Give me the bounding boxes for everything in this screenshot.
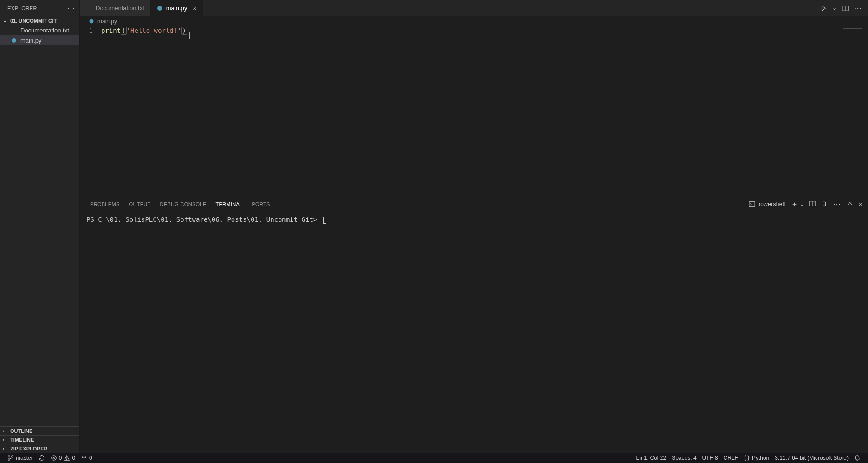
run-button[interactable] [820, 5, 827, 12]
chevron-down-icon: ⌄ [3, 18, 8, 24]
branch-icon [7, 455, 14, 461]
panel-tab-problems[interactable]: PROBLEMS [85, 197, 124, 211]
breadcrumb-file: main.py [97, 18, 117, 25]
token-string: 'Hello world!' [127, 27, 181, 34]
panel-tab-ports[interactable]: PORTS [247, 197, 274, 211]
file-item-documentation[interactable]: ≣ Documentation.txt [0, 25, 79, 35]
panel-tabs: PROBLEMS OUTPUT DEBUG CONSOLE TERMINAL P… [80, 197, 868, 211]
status-eol[interactable]: CRLF [721, 455, 741, 461]
kill-terminal-icon[interactable] [821, 200, 828, 208]
section-outline[interactable]: › OUTLINE [0, 426, 79, 435]
tab-documentation[interactable]: ≣ Documentation.txt [80, 0, 150, 16]
explorer-more-icon[interactable]: ⋯ [67, 4, 75, 13]
file-label: main.py [20, 37, 42, 44]
panel-tab-terminal[interactable]: TERMINAL [211, 197, 247, 211]
terminal-cursor [323, 217, 326, 224]
python-file-icon [156, 5, 163, 12]
terminal-shell-selector[interactable]: powershell [749, 201, 785, 207]
svg-point-8 [8, 456, 10, 457]
breadcrumb[interactable]: main.py [80, 16, 868, 26]
text-file-icon: ≣ [10, 26, 18, 34]
ptab-label: TERMINAL [215, 201, 242, 207]
section-label: OUTLINE [10, 428, 32, 434]
svg-point-0 [12, 38, 16, 43]
status-interpreter[interactable]: 3.11.7 64-bit (Microsoft Store) [772, 455, 851, 461]
status-problems[interactable]: 0 0 [48, 455, 78, 461]
minimap-line [843, 28, 862, 29]
panel-tab-debug-console[interactable]: DEBUG CONSOLE [155, 197, 211, 211]
status-branch[interactable]: master [5, 455, 36, 461]
status-sync[interactable] [36, 455, 48, 461]
panel-more-icon[interactable]: ⋯ [833, 200, 841, 209]
new-terminal-button[interactable]: ＋⌄ [791, 200, 804, 209]
antenna-icon [81, 455, 87, 461]
line-number: 1 [89, 27, 93, 34]
folder-name: 01. UNCOMMIT GIT [10, 18, 57, 24]
svg-point-13 [67, 459, 67, 460]
chevron-right-icon: › [3, 446, 8, 451]
python-file-icon [10, 37, 18, 44]
chevron-right-icon: › [3, 428, 8, 434]
terminal[interactable]: PS C:\01. SolisPLC\01. Software\06. Post… [80, 211, 868, 453]
warning-icon [64, 455, 70, 461]
run-dropdown-icon[interactable]: ⌄ [832, 5, 836, 11]
section-timeline[interactable]: › TIMELINE [0, 435, 79, 444]
section-label: ZIP EXPLORER [10, 446, 47, 451]
python-file-icon [88, 18, 95, 25]
ptab-label: OUTPUT [129, 201, 151, 207]
interpreter-label: 3.11.7 64-bit (Microsoft Store) [775, 455, 849, 461]
tab-main[interactable]: main.py × [150, 0, 203, 16]
explorer-sidebar: EXPLORER ⋯ ⌄ 01. UNCOMMIT GIT ≣ Document… [0, 0, 80, 453]
encoding-label: UTF-8 [702, 455, 718, 461]
maximize-panel-icon[interactable] [847, 200, 853, 208]
sync-icon [39, 455, 45, 461]
text-cursor [189, 32, 190, 39]
chevron-right-icon: › [3, 437, 8, 443]
terminal-prompt: PS C:\01. SolisPLC\01. Software\06. Post… [86, 216, 321, 223]
file-label: Documentation.txt [20, 27, 69, 34]
status-ports[interactable]: 0 [78, 455, 95, 461]
token-close-paren: ) [181, 27, 187, 35]
file-item-main[interactable]: main.py [0, 35, 79, 45]
svg-point-10 [12, 456, 13, 457]
code-editor[interactable]: 1 print('Hello world!') [80, 26, 840, 197]
status-encoding[interactable]: UTF-8 [700, 455, 721, 461]
section-zip-explorer[interactable]: › ZIP EXPLORER [0, 444, 79, 453]
bell-icon [854, 455, 861, 461]
status-lncol[interactable]: Ln 1, Col 22 [633, 455, 669, 461]
status-spaces[interactable]: Spaces: 4 [669, 455, 699, 461]
split-terminal-icon[interactable] [809, 200, 816, 208]
status-bar: master 0 0 0 Ln 1, Col 22 Spaces: 4 UTF-… [0, 453, 868, 463]
braces-icon [744, 455, 750, 461]
warning-count: 0 [72, 455, 75, 461]
status-language[interactable]: Python [741, 455, 772, 461]
ports-count: 0 [89, 455, 92, 461]
section-label: TIMELINE [10, 437, 34, 443]
folder-root[interactable]: ⌄ 01. UNCOMMIT GIT [0, 16, 79, 25]
svg-point-1 [157, 6, 162, 11]
tab-label: main.py [166, 5, 188, 12]
ptab-label: DEBUG CONSOLE [160, 201, 207, 207]
token-open-paren: ( [121, 27, 126, 35]
close-panel-icon[interactable]: × [859, 200, 862, 208]
token-function: print [101, 27, 121, 34]
close-tab-icon[interactable]: × [193, 5, 196, 12]
spaces-label: Spaces: 4 [672, 455, 696, 461]
editor-more-icon[interactable]: ⋯ [854, 4, 862, 13]
tab-label: Documentation.txt [96, 5, 144, 12]
error-count: 0 [59, 455, 62, 461]
lncol-label: Ln 1, Col 22 [636, 455, 666, 461]
ptab-label: PORTS [252, 201, 270, 207]
error-icon [51, 455, 57, 461]
status-notifications[interactable] [851, 455, 863, 461]
split-editor-icon[interactable] [842, 5, 849, 12]
language-label: Python [752, 455, 769, 461]
branch-label: master [16, 455, 33, 461]
minimap[interactable] [840, 26, 868, 197]
svg-point-4 [90, 19, 94, 24]
ptab-label: PROBLEMS [90, 201, 120, 207]
shell-label: powershell [757, 201, 785, 207]
svg-point-14 [84, 457, 85, 458]
eol-label: CRLF [724, 455, 738, 461]
panel-tab-output[interactable]: OUTPUT [124, 197, 155, 211]
